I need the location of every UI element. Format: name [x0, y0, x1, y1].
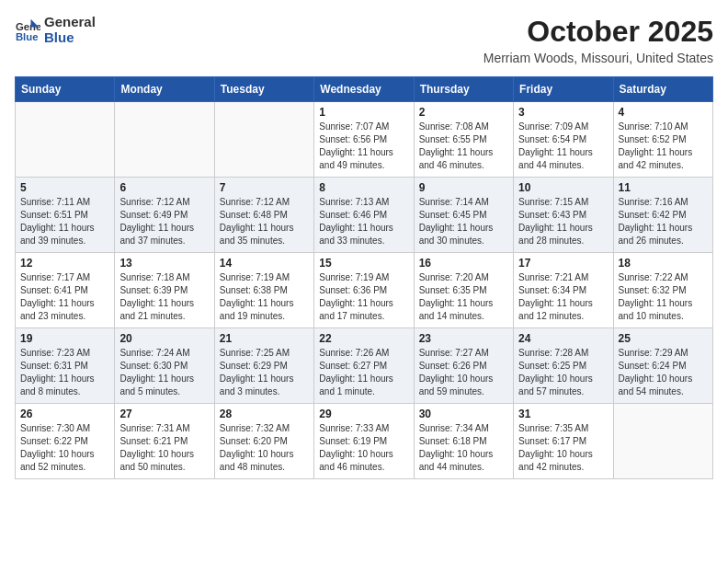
table-row: 4Sunrise: 7:10 AM Sunset: 6:52 PM Daylig…: [613, 102, 712, 178]
day-number: 4: [619, 106, 708, 119]
table-row: 17Sunrise: 7:21 AM Sunset: 6:34 PM Dayli…: [514, 253, 613, 328]
logo-general-text: General: [44, 15, 96, 30]
table-row: 19Sunrise: 7:23 AM Sunset: 6:31 PM Dayli…: [16, 328, 115, 404]
table-row: [613, 404, 712, 479]
svg-text:Blue: Blue: [16, 31, 39, 42]
day-info: Sunrise: 7:34 AM Sunset: 6:18 PM Dayligh…: [419, 422, 508, 474]
table-row: 21Sunrise: 7:25 AM Sunset: 6:29 PM Dayli…: [214, 328, 313, 404]
day-info: Sunrise: 7:23 AM Sunset: 6:31 PM Dayligh…: [20, 347, 109, 398]
day-number: 5: [20, 181, 109, 194]
day-number: 13: [119, 257, 209, 270]
day-info: Sunrise: 7:15 AM Sunset: 6:43 PM Dayligh…: [518, 196, 608, 247]
day-number: 12: [20, 257, 109, 270]
table-row: [115, 102, 214, 178]
table-row: 5Sunrise: 7:11 AM Sunset: 6:51 PM Daylig…: [16, 178, 115, 253]
day-info: Sunrise: 7:14 AM Sunset: 6:45 PM Dayligh…: [419, 196, 508, 247]
day-info: Sunrise: 7:21 AM Sunset: 6:34 PM Dayligh…: [518, 271, 608, 323]
table-row: 11Sunrise: 7:16 AM Sunset: 6:42 PM Dayli…: [613, 178, 712, 253]
calendar-week-row: 19Sunrise: 7:23 AM Sunset: 6:31 PM Dayli…: [16, 328, 713, 404]
day-info: Sunrise: 7:12 AM Sunset: 6:48 PM Dayligh…: [220, 196, 309, 247]
day-number: 9: [419, 181, 508, 194]
weekday-header-row: Sunday Monday Tuesday Wednesday Thursday…: [16, 77, 713, 102]
table-row: 25Sunrise: 7:29 AM Sunset: 6:24 PM Dayli…: [613, 328, 712, 404]
table-row: 14Sunrise: 7:19 AM Sunset: 6:38 PM Dayli…: [214, 253, 313, 328]
day-number: 17: [518, 257, 608, 270]
table-row: [16, 102, 115, 178]
day-info: Sunrise: 7:16 AM Sunset: 6:42 PM Dayligh…: [619, 196, 708, 247]
month-title: October 2025: [483, 15, 713, 49]
table-row: 12Sunrise: 7:17 AM Sunset: 6:41 PM Dayli…: [16, 253, 115, 328]
day-info: Sunrise: 7:13 AM Sunset: 6:46 PM Dayligh…: [319, 196, 408, 247]
logo-icon: General Blue: [15, 17, 40, 43]
day-number: 6: [119, 181, 209, 194]
day-number: 22: [319, 332, 408, 345]
day-number: 1: [319, 106, 408, 119]
table-row: 22Sunrise: 7:26 AM Sunset: 6:27 PM Dayli…: [314, 328, 414, 404]
calendar-week-row: 26Sunrise: 7:30 AM Sunset: 6:22 PM Dayli…: [16, 404, 713, 479]
day-number: 23: [419, 332, 508, 345]
title-block: October 2025 Merriam Woods, Missouri, Un…: [483, 15, 713, 65]
day-number: 28: [220, 408, 309, 420]
table-row: 28Sunrise: 7:32 AM Sunset: 6:20 PM Dayli…: [214, 404, 313, 479]
day-info: Sunrise: 7:27 AM Sunset: 6:26 PM Dayligh…: [419, 347, 508, 398]
table-row: 1Sunrise: 7:07 AM Sunset: 6:56 PM Daylig…: [314, 102, 414, 178]
table-row: 9Sunrise: 7:14 AM Sunset: 6:45 PM Daylig…: [414, 178, 513, 253]
day-number: 14: [220, 257, 309, 270]
header-monday: Monday: [115, 77, 214, 102]
day-info: Sunrise: 7:10 AM Sunset: 6:52 PM Dayligh…: [619, 121, 708, 172]
day-info: Sunrise: 7:30 AM Sunset: 6:22 PM Dayligh…: [20, 422, 109, 474]
table-row: 20Sunrise: 7:24 AM Sunset: 6:30 PM Dayli…: [115, 328, 214, 404]
logo-blue-text: Blue: [44, 30, 96, 46]
day-number: 21: [220, 332, 309, 345]
day-number: 18: [619, 257, 708, 270]
table-row: 10Sunrise: 7:15 AM Sunset: 6:43 PM Dayli…: [514, 178, 613, 253]
header-sunday: Sunday: [16, 77, 115, 102]
header-wednesday: Wednesday: [314, 77, 414, 102]
table-row: 31Sunrise: 7:35 AM Sunset: 6:17 PM Dayli…: [514, 404, 613, 479]
day-info: Sunrise: 7:12 AM Sunset: 6:49 PM Dayligh…: [119, 196, 209, 247]
day-info: Sunrise: 7:25 AM Sunset: 6:29 PM Dayligh…: [220, 347, 309, 398]
day-number: 26: [20, 408, 109, 420]
day-number: 24: [518, 332, 608, 345]
day-number: 25: [619, 332, 708, 345]
day-number: 30: [419, 408, 508, 420]
day-number: 29: [319, 408, 408, 420]
day-info: Sunrise: 7:32 AM Sunset: 6:20 PM Dayligh…: [220, 422, 309, 474]
table-row: 23Sunrise: 7:27 AM Sunset: 6:26 PM Dayli…: [414, 328, 513, 404]
day-info: Sunrise: 7:26 AM Sunset: 6:27 PM Dayligh…: [319, 347, 408, 398]
day-info: Sunrise: 7:19 AM Sunset: 6:36 PM Dayligh…: [319, 271, 408, 323]
calendar-table: Sunday Monday Tuesday Wednesday Thursday…: [15, 76, 713, 479]
day-info: Sunrise: 7:07 AM Sunset: 6:56 PM Dayligh…: [319, 121, 408, 172]
calendar-week-row: 12Sunrise: 7:17 AM Sunset: 6:41 PM Dayli…: [16, 253, 713, 328]
day-info: Sunrise: 7:28 AM Sunset: 6:25 PM Dayligh…: [518, 347, 608, 398]
day-info: Sunrise: 7:24 AM Sunset: 6:30 PM Dayligh…: [119, 347, 209, 398]
table-row: 3Sunrise: 7:09 AM Sunset: 6:54 PM Daylig…: [514, 102, 613, 178]
table-row: 18Sunrise: 7:22 AM Sunset: 6:32 PM Dayli…: [613, 253, 712, 328]
table-row: 30Sunrise: 7:34 AM Sunset: 6:18 PM Dayli…: [414, 404, 513, 479]
day-number: 8: [319, 181, 408, 194]
header-thursday: Thursday: [414, 77, 513, 102]
table-row: 24Sunrise: 7:28 AM Sunset: 6:25 PM Dayli…: [514, 328, 613, 404]
day-number: 27: [119, 408, 209, 420]
day-info: Sunrise: 7:08 AM Sunset: 6:55 PM Dayligh…: [419, 121, 508, 172]
table-row: 26Sunrise: 7:30 AM Sunset: 6:22 PM Dayli…: [16, 404, 115, 479]
calendar-week-row: 5Sunrise: 7:11 AM Sunset: 6:51 PM Daylig…: [16, 178, 713, 253]
day-info: Sunrise: 7:35 AM Sunset: 6:17 PM Dayligh…: [518, 422, 608, 474]
header-tuesday: Tuesday: [214, 77, 313, 102]
day-info: Sunrise: 7:31 AM Sunset: 6:21 PM Dayligh…: [119, 422, 209, 474]
table-row: 6Sunrise: 7:12 AM Sunset: 6:49 PM Daylig…: [115, 178, 214, 253]
day-info: Sunrise: 7:17 AM Sunset: 6:41 PM Dayligh…: [20, 271, 109, 323]
table-row: 2Sunrise: 7:08 AM Sunset: 6:55 PM Daylig…: [414, 102, 513, 178]
day-number: 7: [220, 181, 309, 194]
day-info: Sunrise: 7:18 AM Sunset: 6:39 PM Dayligh…: [119, 271, 209, 323]
day-number: 15: [319, 257, 408, 270]
day-number: 19: [20, 332, 109, 345]
day-number: 3: [518, 106, 608, 119]
day-info: Sunrise: 7:20 AM Sunset: 6:35 PM Dayligh…: [419, 271, 508, 323]
day-info: Sunrise: 7:19 AM Sunset: 6:38 PM Dayligh…: [220, 271, 309, 323]
day-number: 2: [419, 106, 508, 119]
day-info: Sunrise: 7:22 AM Sunset: 6:32 PM Dayligh…: [619, 271, 708, 323]
day-info: Sunrise: 7:11 AM Sunset: 6:51 PM Dayligh…: [20, 196, 109, 247]
table-row: 16Sunrise: 7:20 AM Sunset: 6:35 PM Dayli…: [414, 253, 513, 328]
table-row: 15Sunrise: 7:19 AM Sunset: 6:36 PM Dayli…: [314, 253, 414, 328]
